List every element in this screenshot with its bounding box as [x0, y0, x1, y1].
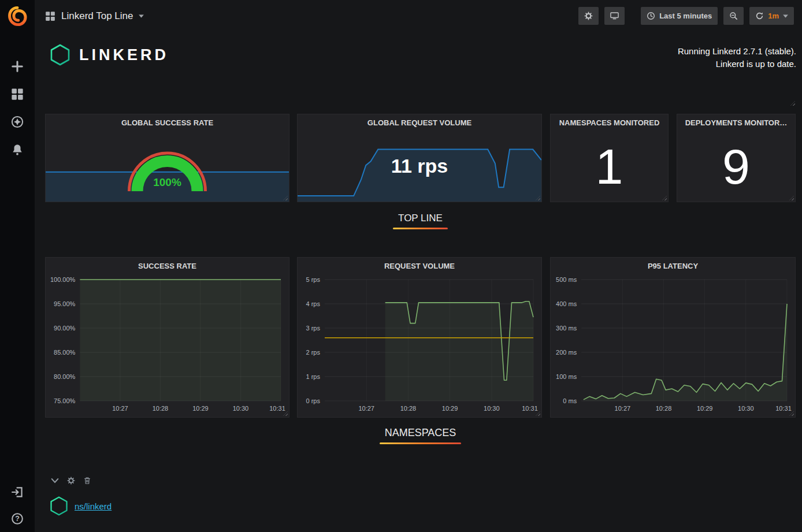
explore-compass-icon[interactable] — [11, 116, 24, 128]
row-settings-gear-icon[interactable] — [67, 477, 75, 485]
panel-title[interactable]: NAMESPACES MONITORED — [551, 114, 668, 131]
svg-text:1 rps: 1 rps — [306, 373, 321, 380]
sign-in-icon[interactable] — [11, 486, 24, 498]
row-delete-trash-icon[interactable] — [83, 477, 91, 485]
alert-bell-icon[interactable] — [11, 143, 24, 156]
status-line-1: Running Linkerd 2.7.1 (stable). — [678, 45, 796, 58]
chevron-down-icon — [783, 14, 788, 18]
deployments-monitored-panel: DEPLOYMENTS MONITOR… 9 — [677, 114, 796, 202]
svg-text:10:27: 10:27 — [112, 405, 128, 412]
request-volume-chart[interactable]: 5 rps4 rps3 rps2 rps1 rps0 rps10:2710:28… — [299, 274, 540, 416]
stat-value: 1 — [596, 142, 623, 191]
svg-text:10:31: 10:31 — [522, 405, 538, 412]
help-circle-icon[interactable]: ? — [11, 512, 24, 525]
panel-title[interactable]: SUCCESS RATE — [46, 258, 289, 274]
linkerd-brand: LINKERD — [49, 43, 169, 66]
svg-text:200 ms: 200 ms — [556, 349, 577, 356]
gear-icon — [584, 12, 593, 20]
svg-text:4 rps: 4 rps — [306, 300, 321, 307]
request-volume-panel: REQUEST VOLUME 5 rps4 rps3 rps2 rps1 rps… — [297, 257, 542, 418]
dashboard-settings-button[interactable] — [578, 7, 599, 25]
svg-text:10:28: 10:28 — [656, 405, 672, 412]
panel-resize-handle[interactable] — [790, 101, 795, 106]
panel-title[interactable]: DEPLOYMENTS MONITOR… — [677, 114, 795, 131]
namespaces-monitored-stat: 1 — [551, 131, 668, 202]
success-rate-panel: SUCCESS RATE 100.00%95.00%90.00%85.00%80… — [45, 257, 289, 418]
p95-latency-chart[interactable]: 500 ms400 ms300 ms200 ms100 ms0 ms10:271… — [552, 274, 794, 416]
svg-text:85.00%: 85.00% — [54, 349, 76, 356]
svg-text:80.00%: 80.00% — [54, 373, 76, 380]
namespace-link[interactable]: ns/linkerd — [75, 501, 112, 511]
row-title-top-line: TOP LINE — [45, 213, 796, 229]
linkerd-status: Running Linkerd 2.7.1 (stable). Linkerd … — [678, 45, 796, 70]
panel-title[interactable]: GLOBAL SUCCESS RATE — [46, 114, 289, 131]
monitor-icon — [610, 12, 619, 20]
svg-text:10:30: 10:30 — [484, 405, 500, 412]
svg-text:90.00%: 90.00% — [54, 325, 76, 332]
deployments-monitored-stat: 9 — [677, 131, 795, 202]
svg-text:400 ms: 400 ms — [556, 300, 577, 307]
svg-text:10:31: 10:31 — [775, 405, 792, 412]
cycle-view-mode-button[interactable] — [604, 7, 625, 25]
svg-text:10:30: 10:30 — [233, 405, 249, 412]
panel-title[interactable]: REQUEST VOLUME — [298, 258, 541, 274]
row-title-namespaces: NAMESPACES — [45, 427, 796, 444]
svg-text:10:28: 10:28 — [400, 405, 417, 412]
refresh-icon — [755, 12, 764, 20]
svg-text:5 rps: 5 rps — [306, 276, 321, 283]
stat-value: 11 rps — [391, 155, 448, 177]
refresh-picker-button[interactable]: 1m — [749, 7, 794, 25]
dashboard-title-button[interactable]: Linkerd Top Line — [45, 10, 144, 22]
global-success-rate-panel: GLOBAL SUCCESS RATE 100% — [45, 114, 289, 202]
sidebar: ? — [0, 0, 35, 532]
global-request-volume-sparkline: 11 rps — [298, 131, 541, 202]
success-rate-chart[interactable]: 100.00%95.00%90.00%85.00%80.00%75.00%10:… — [47, 274, 288, 416]
linkerd-logo-icon — [49, 43, 72, 66]
svg-text:10:31: 10:31 — [269, 405, 285, 412]
svg-text:0 ms: 0 ms — [563, 397, 577, 404]
row-collapse-chevron-down-icon[interactable] — [51, 477, 59, 485]
row-controls — [51, 477, 91, 485]
namespaces-monitored-panel: NAMESPACES MONITORED 1 — [550, 114, 669, 202]
sidebar-bottom-menu: ? — [11, 486, 24, 525]
create-plus-icon[interactable] — [11, 60, 24, 73]
refresh-interval-label: 1m — [768, 12, 779, 20]
namespace-link-panel: ns/linkerd — [49, 496, 112, 516]
gauge-value: 100% — [46, 176, 289, 189]
p95-latency-panel: P95 LATENCY 500 ms400 ms300 ms200 ms100 … — [550, 257, 796, 418]
zoom-out-icon — [729, 12, 738, 20]
clock-icon — [647, 12, 655, 20]
linkerd-header-panel: LINKERD Running Linkerd 2.7.1 (stable). … — [45, 35, 796, 107]
svg-text:100.00%: 100.00% — [50, 276, 76, 283]
navbar: Linkerd Top Line Last 5 mi — [35, 0, 802, 32]
time-range-button[interactable]: Last 5 minutes — [641, 7, 718, 25]
dashboard-content: LINKERD Running Linkerd 2.7.1 (stable). … — [35, 32, 802, 532]
svg-text:?: ? — [15, 515, 20, 523]
stat-value: 9 — [722, 142, 750, 191]
svg-text:10:29: 10:29 — [442, 405, 458, 412]
panel-title[interactable]: GLOBAL REQUEST VOLUME — [298, 114, 541, 131]
svg-text:10:28: 10:28 — [153, 405, 169, 412]
panel-title[interactable]: P95 LATENCY — [551, 258, 795, 274]
svg-text:500 ms: 500 ms — [556, 276, 577, 283]
svg-text:10:30: 10:30 — [738, 405, 754, 412]
svg-text:10:27: 10:27 — [358, 405, 374, 412]
zoom-out-button[interactable] — [723, 7, 744, 25]
time-range-label: Last 5 minutes — [659, 12, 712, 20]
chevron-down-icon — [139, 14, 144, 18]
svg-text:300 ms: 300 ms — [556, 325, 577, 332]
svg-text:10:27: 10:27 — [615, 405, 631, 412]
svg-text:10:29: 10:29 — [192, 405, 209, 412]
global-request-volume-panel: GLOBAL REQUEST VOLUME 11 rps — [297, 114, 542, 202]
svg-text:2 rps: 2 rps — [306, 349, 321, 356]
sidebar-menu — [11, 60, 24, 156]
dashboards-grid-icon[interactable] — [11, 88, 24, 101]
navbar-actions: Last 5 minutes 1m — [578, 7, 794, 25]
svg-text:100 ms: 100 ms — [556, 373, 577, 380]
global-success-rate-gauge: 100% — [46, 131, 289, 202]
linkerd-logo-icon — [49, 496, 69, 516]
grafana-logo[interactable] — [7, 6, 28, 27]
linkerd-wordmark: LINKERD — [79, 46, 169, 64]
svg-text:0 rps: 0 rps — [306, 397, 321, 404]
svg-text:95.00%: 95.00% — [54, 300, 76, 307]
